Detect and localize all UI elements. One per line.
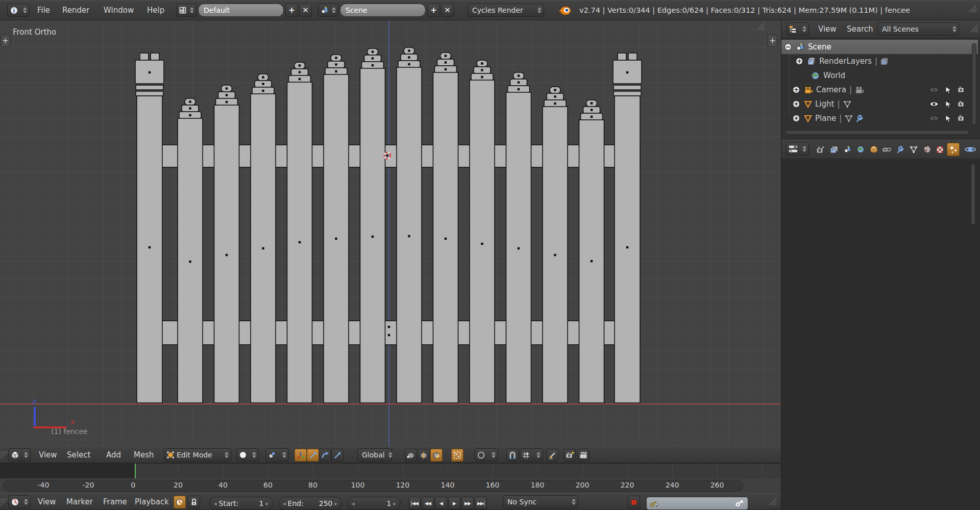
delete-screen-layout-button[interactable]: ✕	[299, 4, 312, 17]
screen-layout-name-field[interactable]: Default	[198, 4, 284, 17]
limit-selection-visible-button[interactable]	[451, 449, 463, 462]
tab-material-icon[interactable]	[920, 143, 933, 156]
current-frame-field[interactable]: ◂1▸	[347, 497, 401, 510]
add-screen-layout-button[interactable]: +	[285, 4, 298, 17]
tab-particles-icon[interactable]	[947, 143, 960, 156]
prev-keyframe-button[interactable]: ◀◀	[422, 497, 434, 509]
expand-icon[interactable]: +	[793, 86, 800, 93]
render-engine-dropdown[interactable]: Cycles Render	[468, 4, 544, 17]
tab-modifiers-icon[interactable]	[894, 143, 906, 156]
corner-grip-icon[interactable]	[969, 5, 977, 13]
collapse-icon[interactable]: −	[785, 43, 792, 50]
keying-set-field[interactable]	[646, 497, 748, 510]
timeline-track-area[interactable]	[0, 463, 781, 478]
editor-type-timeline-dropdown[interactable]	[8, 495, 31, 508]
delete-scene-button[interactable]: ✕	[441, 4, 454, 17]
menu-mesh[interactable]: Mesh	[134, 447, 154, 463]
tab-texture-icon[interactable]	[934, 143, 946, 156]
vertex-select-mode-button[interactable]	[405, 449, 417, 462]
outliner-row-world[interactable]: World	[781, 68, 978, 83]
viewport-corner-grip-icon[interactable]	[756, 22, 765, 31]
play-reverse-button[interactable]: ◀	[435, 497, 447, 509]
toolbar-open-tab[interactable]: +	[1, 35, 10, 47]
editor-type-outliner-dropdown[interactable]	[787, 22, 809, 36]
menu-tl-playback[interactable]: Playback	[135, 494, 169, 509]
manipulator-scale-button[interactable]	[331, 449, 344, 462]
expand-icon[interactable]: +	[793, 115, 800, 122]
frame-start-field[interactable]: ◂Start:1▸	[209, 497, 273, 510]
outliner-row-camera[interactable]: + Camera |	[781, 83, 978, 97]
selectable-cursor-icon[interactable]	[944, 114, 953, 123]
lock-time-cursor-button[interactable]	[188, 496, 200, 508]
opengl-render-animation-button[interactable]	[577, 449, 590, 462]
menu-tl-frame[interactable]: Frame	[103, 494, 127, 509]
editor-type-3dview-dropdown[interactable]	[8, 448, 31, 462]
opengl-render-button[interactable]	[564, 449, 576, 462]
timeline-right-grip-icon[interactable]	[769, 498, 777, 506]
editor-type-properties-dropdown[interactable]	[786, 142, 809, 156]
tab-scene-icon[interactable]	[841, 143, 853, 156]
hide-eye-icon[interactable]	[929, 114, 939, 123]
render-restrict-icon[interactable]	[957, 99, 966, 109]
fence-mesh-object[interactable]	[0, 20, 781, 446]
manipulator-translate-button[interactable]	[307, 449, 319, 462]
transform-orientation-dropdown[interactable]: Global	[357, 448, 392, 462]
snap-element-dropdown[interactable]	[520, 448, 543, 462]
pivot-point-dropdown[interactable]	[265, 448, 289, 462]
outliner-corner-grip-icon[interactable]	[970, 24, 978, 33]
sync-mode-dropdown[interactable]: No Sync	[503, 495, 578, 508]
jump-to-end-button[interactable]: ▶▶|	[475, 497, 487, 509]
expand-icon[interactable]: +	[793, 100, 800, 108]
tab-constraints-icon[interactable]	[880, 143, 893, 156]
render-restrict-icon[interactable]	[957, 85, 966, 94]
menu-tl-marker[interactable]: Marker	[66, 494, 93, 509]
properties-vertical-scrollbar[interactable]	[971, 164, 975, 225]
insert-keyframe-icon[interactable]	[736, 500, 745, 507]
outliner-horizontal-scrollbar[interactable]	[786, 130, 969, 135]
tab-world-icon[interactable]	[854, 143, 867, 156]
auto-keyframe-record-button[interactable]	[628, 496, 640, 508]
menu-file[interactable]: File	[37, 1, 50, 20]
hide-eye-icon[interactable]	[929, 99, 939, 109]
hide-eye-icon[interactable]	[929, 85, 939, 94]
outliner-row-scene[interactable]: − Scene	[781, 40, 978, 54]
proportional-edit-dropdown[interactable]	[475, 448, 498, 462]
viewport-3d[interactable]: Front Ortho + + z x (1) fencee	[0, 20, 781, 446]
editor-type-info-dropdown[interactable]: i	[7, 4, 30, 17]
tab-object-icon[interactable]	[867, 143, 880, 156]
menu-render[interactable]: Render	[62, 1, 89, 20]
menu-add[interactable]: Add	[106, 447, 121, 463]
scene-name-field[interactable]: Scene	[340, 4, 426, 17]
tab-render-layers-icon[interactable]	[827, 143, 840, 156]
jump-to-start-button[interactable]: |◀◀	[408, 497, 421, 509]
render-restrict-icon[interactable]	[957, 114, 966, 123]
timeline-frame-ruler[interactable]: -40-200204060801001201401601802002202402…	[0, 478, 781, 493]
timeline-playhead[interactable]	[135, 464, 136, 479]
mode-dropdown[interactable]: Edit Mode	[164, 448, 231, 462]
outliner-row-plane[interactable]: + Plane |	[781, 111, 978, 125]
selectable-cursor-icon[interactable]	[944, 99, 953, 109]
expand-icon[interactable]: +	[796, 58, 803, 65]
menu-window[interactable]: Window	[104, 1, 134, 20]
properties-shelf-open-tab[interactable]: +	[768, 35, 777, 47]
manipulator-toggle-button[interactable]	[295, 449, 307, 462]
menu-select[interactable]: Select	[67, 447, 90, 463]
menu-tl-view[interactable]: View	[38, 494, 56, 509]
play-button[interactable]: ▶	[448, 497, 460, 509]
edge-select-mode-button[interactable]	[418, 449, 430, 462]
scene-icon-dropdown[interactable]	[318, 4, 338, 17]
next-keyframe-button[interactable]: ▶▶	[461, 497, 474, 509]
tab-physics-icon[interactable]	[960, 143, 980, 156]
frame-end-field[interactable]: ◂End:250▸	[278, 497, 342, 510]
tab-object-data-icon[interactable]	[907, 143, 920, 156]
timeline-corner-grip-icon[interactable]	[0, 498, 8, 506]
menu-view[interactable]: View	[39, 447, 57, 463]
selectable-cursor-icon[interactable]	[944, 85, 953, 94]
outliner-menu-view[interactable]: View	[818, 20, 837, 38]
outliner-display-filter-dropdown[interactable]: All Scenes	[877, 22, 959, 36]
outliner-row-renderlayers[interactable]: + RenderLayers |	[781, 54, 978, 68]
outliner-vertical-scrollbar[interactable]	[972, 43, 976, 125]
snap-align-rotation-button[interactable]	[546, 449, 558, 462]
menu-help[interactable]: Help	[147, 1, 164, 20]
header-corner-grip-icon[interactable]	[0, 451, 8, 459]
